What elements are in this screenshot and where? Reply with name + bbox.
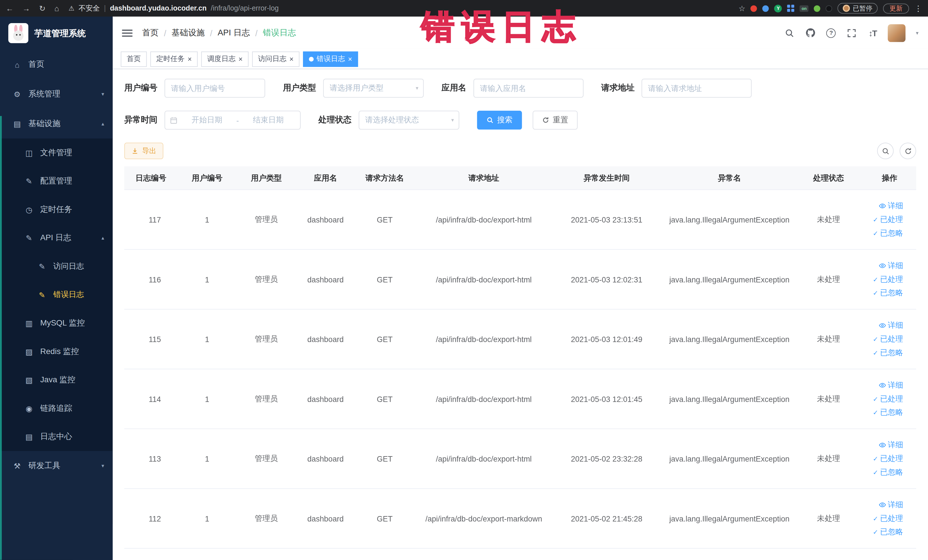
extension-icon-red[interactable]: [751, 5, 757, 12]
mark-ignored-link[interactable]: ✓已忽略: [873, 348, 903, 358]
sidebar-item-infrastructure[interactable]: ▤ 基础设施 ▴: [0, 109, 112, 139]
forward-button[interactable]: →: [23, 4, 30, 12]
cell-app-name: dashboard: [296, 395, 355, 403]
toggle-search-button[interactable]: [877, 143, 894, 159]
date-range-picker[interactable]: 开始日期 - 结束日期: [165, 111, 301, 130]
mark-ignored-link[interactable]: ✓已忽略: [873, 467, 903, 478]
fullscreen-icon[interactable]: [847, 27, 857, 38]
check-icon: ✓: [873, 409, 878, 416]
detail-link-label: 详细: [888, 261, 903, 271]
sidebar-item-config-mgmt[interactable]: ✎ 配置管理: [0, 167, 112, 195]
help-icon[interactable]: ?: [826, 27, 836, 38]
url-divider: |: [104, 4, 105, 12]
detail-link[interactable]: 详细: [879, 380, 903, 391]
detail-link[interactable]: 详细: [879, 320, 903, 331]
user-type-select[interactable]: 请选择用户类型 ▾: [323, 79, 424, 98]
sidebar-scrollbar[interactable]: [0, 116, 2, 560]
cell-app-name: dashboard: [296, 514, 355, 523]
github-icon[interactable]: [805, 27, 816, 38]
app-name-input[interactable]: [473, 79, 584, 98]
browser-update-button[interactable]: 更新: [883, 3, 909, 13]
cell-app-name: dashboard: [296, 215, 355, 224]
export-button[interactable]: 导出: [124, 143, 163, 159]
sidebar-item-mysql-monitor[interactable]: ▥ MySQL 监控: [0, 309, 112, 337]
cell-user-type: 管理员: [237, 453, 296, 464]
sidebar-item-scheduled-jobs[interactable]: ◷ 定时任务: [0, 195, 112, 224]
sidebar-item-log-center[interactable]: ▤ 日志中心: [0, 423, 112, 451]
cell-method: GET: [355, 395, 414, 403]
mark-processed-link[interactable]: ✓已处理: [873, 394, 903, 404]
tab-access-log[interactable]: 访问日志 ×: [252, 51, 299, 67]
avatar-caret-icon[interactable]: ▾: [916, 30, 918, 36]
detail-link[interactable]: 详细: [879, 201, 903, 211]
tab-error-log[interactable]: 错误日志 ×: [303, 51, 358, 67]
refresh-table-button[interactable]: [899, 143, 916, 159]
app-header: 首页 / 基础设施 / API 日志 / 错误日志 ? ↕T: [112, 17, 928, 49]
mark-ignored-link[interactable]: ✓已忽略: [873, 288, 903, 298]
request-url-input[interactable]: [642, 79, 752, 98]
font-size-icon[interactable]: ↕T: [867, 27, 878, 38]
sidebar-item-link-trace[interactable]: ◉ 链路追踪: [0, 394, 112, 423]
extension-icon-green[interactable]: Y: [774, 5, 782, 12]
tab-close-icon[interactable]: ×: [348, 55, 352, 63]
user-id-input[interactable]: [165, 79, 265, 98]
table-row: 114 1 管理员 dashboard GET /api/infra/db-do…: [124, 369, 916, 429]
home-button[interactable]: ⌂: [55, 4, 59, 12]
search-icon[interactable]: [785, 27, 795, 38]
sidebar-item-api-logs[interactable]: ✎ API 日志 ▴: [0, 224, 112, 252]
cell-app-name: dashboard: [296, 275, 355, 284]
tab-close-icon[interactable]: ×: [238, 55, 243, 63]
address-bar[interactable]: ⚠ 不安全 | dashboard.yudao.iocoder.cn/infra…: [69, 3, 734, 13]
sidebar-item-system-mgmt[interactable]: ⚙ 系统管理 ▾: [0, 79, 112, 109]
breadcrumb-home[interactable]: 首页: [142, 27, 159, 38]
mark-processed-link[interactable]: ✓已处理: [873, 334, 903, 344]
process-status-select[interactable]: 请选择处理状态 ▾: [359, 111, 459, 130]
download-icon: [131, 148, 139, 155]
reload-button[interactable]: ↻: [39, 4, 46, 12]
mark-processed-link[interactable]: ✓已处理: [873, 513, 903, 524]
sidebar-item-access-log[interactable]: ✎ 访问日志: [0, 252, 112, 281]
sidebar-item-error-log[interactable]: ✎ 错误日志: [0, 281, 112, 309]
reset-button[interactable]: 重置: [533, 111, 578, 130]
sidebar-item-redis-monitor[interactable]: ▨ Redis 监控: [0, 337, 112, 366]
table-row: 116 1 管理员 dashboard GET /api/infra/db-do…: [124, 250, 916, 310]
avatar[interactable]: [888, 24, 906, 42]
cell-request-url: /api/infra/db-doc/export-html: [414, 335, 553, 343]
mark-processed-link[interactable]: ✓已处理: [873, 274, 903, 285]
extension-icon-blue[interactable]: [763, 5, 769, 12]
mark-processed-link[interactable]: ✓已处理: [873, 214, 903, 225]
tab-close-icon[interactable]: ×: [290, 55, 294, 63]
detail-link[interactable]: 详细: [879, 261, 903, 271]
extension-icon-leaf[interactable]: [814, 5, 820, 12]
sidebar-item-file-mgmt[interactable]: ◫ 文件管理: [0, 138, 112, 167]
extension-icon-grid[interactable]: [788, 5, 795, 12]
extension-icon-dark[interactable]: [826, 5, 832, 12]
detail-link[interactable]: 详细: [879, 499, 903, 510]
mark-processed-link[interactable]: ✓已处理: [873, 453, 903, 464]
breadcrumb-infrastructure[interactable]: 基础设施: [171, 27, 205, 38]
search-button[interactable]: 搜索: [477, 111, 522, 130]
select-placeholder: 请选择用户类型: [330, 83, 384, 93]
tab-home[interactable]: 首页: [121, 51, 147, 67]
tab-close-icon[interactable]: ×: [188, 55, 192, 63]
extension-icon-on-badge[interactable]: on: [800, 5, 809, 12]
browser-menu-icon[interactable]: ⋮: [914, 4, 922, 12]
back-button[interactable]: ←: [6, 4, 14, 12]
breadcrumb-api-logs[interactable]: API 日志: [218, 27, 250, 38]
detail-link[interactable]: 详细: [879, 439, 903, 450]
sidebar-collapse-icon[interactable]: [122, 29, 132, 37]
sidebar-item-home[interactable]: ⌂ 首页: [0, 50, 112, 79]
bookmark-star-icon[interactable]: ☆: [739, 4, 745, 12]
tab-dispatch-log[interactable]: 调度日志 ×: [201, 51, 249, 67]
mark-ignored-link[interactable]: ✓已忽略: [873, 526, 903, 537]
app-logo[interactable]: 芋道管理系统: [0, 17, 112, 50]
active-tab-dot: [309, 56, 314, 61]
sidebar-item-java-monitor[interactable]: ▧ Java 监控: [0, 366, 112, 394]
logo-rabbit-icon: [8, 23, 29, 43]
tab-scheduled-jobs[interactable]: 定时任务 ×: [150, 51, 198, 67]
mark-ignored-link[interactable]: ✓已忽略: [873, 407, 903, 418]
mark-ignored-link[interactable]: ✓已忽略: [873, 228, 903, 238]
main-area: 首页 / 基础设施 / API 日志 / 错误日志 ? ↕T: [112, 17, 928, 560]
sidebar-item-dev-tools[interactable]: ⚒ 研发工具 ▾: [0, 451, 112, 481]
tampermonkey-paused-badge[interactable]: 已暂停: [838, 3, 878, 14]
